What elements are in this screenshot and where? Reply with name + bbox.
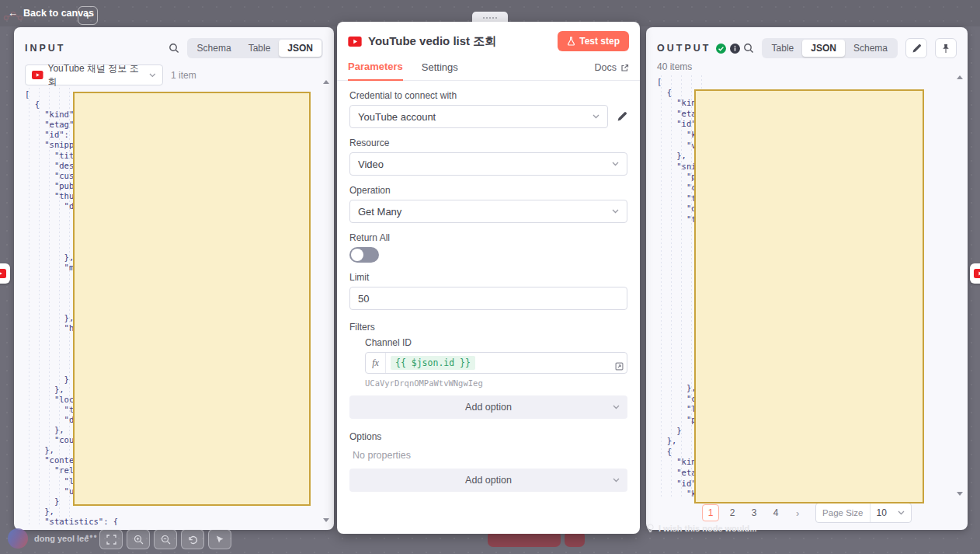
youtube-icon [0,269,6,278]
page-size-value: 10 [877,507,887,518]
tab-schema[interactable]: Schema [189,40,240,57]
chevron-down-icon [612,162,619,166]
return-all-toggle[interactable] [349,247,379,263]
zoom-in-icon [134,535,144,545]
zoom-to-fit-button[interactable] [99,529,123,549]
scroll-up-arrow[interactable] [957,75,963,79]
input-panel: INPUT Schema Table JSON YouTube 채널 정보 조회… [14,27,334,530]
external-link-icon [620,64,629,72]
fit-view-icon [106,535,116,545]
output-pagination: 1 2 3 4 › Page Size 10 [646,503,968,523]
chevron-down-icon [613,478,620,483]
tab-settings[interactable]: Settings [422,61,458,80]
edit-credential-pencil-icon[interactable] [617,111,627,122]
pin-data-button[interactable] [935,38,957,58]
output-node-connector[interactable] [970,263,980,284]
channel-id-expression-input[interactable]: fx {{ $json.id }} [365,352,627,374]
redaction-overlay [73,92,311,506]
scroll-up-arrow[interactable] [323,80,329,84]
return-all-label: Return All [349,232,627,243]
filters-add-option-button[interactable]: Add option [349,395,627,419]
limit-label: Limit [349,272,627,283]
pointer-icon [215,535,224,544]
page-1[interactable]: 1 [702,504,719,521]
youtube-icon [348,37,362,47]
edit-output-button[interactable] [905,38,927,58]
zoom-out-icon [161,535,171,545]
page-2[interactable]: 2 [724,504,741,521]
operation-select[interactable]: Get Many [349,200,627,223]
youtube-icon [974,269,980,278]
search-icon[interactable] [743,43,754,54]
dialog-title: YouTube vedio list 조회 [368,34,496,49]
input-view-tabs: Schema Table JSON [187,38,323,58]
reset-view-button[interactable] [181,529,204,549]
options-add-option-button[interactable]: Add option [349,469,627,492]
scroll-down-arrow[interactable] [323,518,329,522]
docs-label: Docs [595,62,617,73]
success-check-icon [716,44,726,54]
tab-json[interactable]: JSON [279,40,321,57]
limit-value: 50 [358,293,369,305]
output-panel: OUTPUT Table JSON Schema 40 items [ { "k… [646,27,968,530]
page-4[interactable]: 4 [767,504,784,521]
limit-input[interactable]: 50 [349,287,627,310]
chevron-down-icon [593,114,599,119]
chevron-down-icon [898,510,905,515]
credential-value: YouTube account [358,111,436,123]
add-option-label: Add option [465,402,512,413]
tab-schema[interactable]: Schema [845,40,896,57]
user-avatar[interactable] [8,528,28,549]
youtube-icon [32,71,43,79]
expression-value: {{ $json.id }} [391,356,475,370]
flask-icon [567,37,575,46]
operation-value: Get Many [358,206,401,218]
next-page-button[interactable]: › [789,504,806,521]
node-feedback-button[interactable]: I wish this node would... [647,524,757,533]
page-3[interactable]: 3 [745,504,763,521]
credential-label: Credential to connect with [349,90,627,101]
resource-select[interactable]: Video [349,152,627,176]
no-properties-text: No properties [353,450,627,461]
tab-table[interactable]: Table [240,40,280,57]
scroll-down-arrow[interactable] [957,492,963,496]
add-node-button[interactable]: + [78,6,98,25]
undo-icon [188,535,198,545]
test-step-button[interactable]: Test step [558,31,629,51]
operation-label: Operation [349,185,627,196]
filters-label: Filters [349,322,627,333]
expression-resolved-value: UCaVyrDrqnOMPaWtvWNgwIeg [365,378,627,388]
page-size-label: Page Size [816,503,870,522]
input-source-label: YouTube 채널 정보 조회 [48,62,145,89]
resource-value: Video [358,159,384,170]
zoom-in-button[interactable] [127,529,150,549]
input-items-count: 1 item [171,70,196,81]
tab-json[interactable]: JSON [802,40,845,57]
drag-dots [483,17,485,19]
tidy-up-button[interactable] [208,529,231,549]
chevron-down-icon [612,209,619,214]
input-source-select[interactable]: YouTube 채널 정보 조회 [25,64,163,85]
pencil-icon [912,44,922,54]
zoom-out-button[interactable] [154,529,177,549]
docs-link[interactable]: Docs [595,62,629,80]
channel-id-label: Channel ID [365,337,627,348]
test-step-label: Test step [579,36,620,47]
chevron-down-icon [149,73,156,78]
search-icon[interactable] [169,43,179,54]
fx-badge: fx [366,353,386,373]
chevron-down-icon [613,405,620,409]
credential-select[interactable]: YouTube account [349,105,608,128]
tab-parameters[interactable]: Parameters [348,61,403,81]
expand-expression-icon[interactable] [615,362,624,371]
page-size-control[interactable]: Page Size 10 [815,503,912,523]
tab-table[interactable]: Table [763,40,803,57]
input-panel-title: INPUT [25,43,66,54]
add-option-label: Add option [465,475,512,486]
input-node-connector[interactable] [0,263,10,284]
user-name: dong yeol lee [34,534,89,543]
back-arrow-icon: ← [8,7,18,19]
user-menu-dots[interactable]: ••• [85,531,98,542]
info-icon[interactable] [730,44,740,54]
options-label: Options [349,431,627,442]
